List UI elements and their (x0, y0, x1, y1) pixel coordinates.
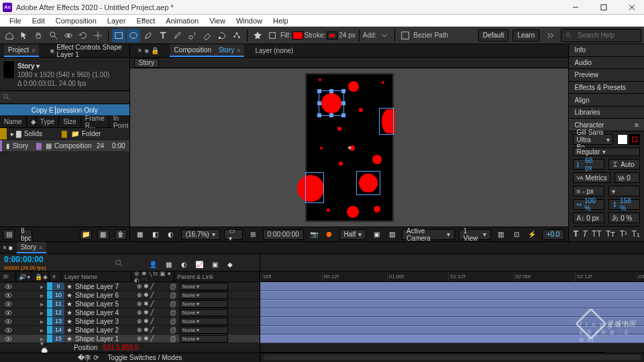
stroke-width[interactable]: 24 px (339, 32, 355, 39)
ellipse-tool-icon[interactable] (127, 29, 140, 42)
layer-switches[interactable]: ⊕✱╱ (134, 300, 169, 307)
col-visibility[interactable] (0, 272, 16, 282)
tsume[interactable]: あ 0 % (608, 213, 640, 223)
shy-icon[interactable]: 👤 (146, 257, 160, 271)
italic-icon[interactable]: T (582, 229, 587, 239)
tl-search-icon[interactable] (113, 257, 126, 270)
pickwhip-icon[interactable]: @ (169, 326, 177, 334)
maximize-button[interactable] (592, 0, 616, 15)
parent-select[interactable]: None ▾ (180, 326, 228, 334)
layer-name[interactable]: Shape Layer 3 (74, 318, 134, 325)
property-row-position[interactable]: ▾ ⌚Position531.5,955.9 (0, 343, 260, 352)
menu-window[interactable]: Window (231, 15, 268, 26)
star-icon[interactable] (251, 29, 264, 42)
vscale[interactable]: 158 % (608, 199, 640, 210)
col-lock[interactable]: 🔒 (32, 272, 40, 282)
snapshot-icon[interactable]: 📷 (308, 228, 319, 241)
close-button[interactable] (620, 0, 644, 15)
view-layout-icon[interactable]: ▥ (495, 228, 506, 241)
draft3d-icon[interactable]: ▣ (208, 257, 221, 271)
timeline-layer-row[interactable]: ▸13★Shape Layer 3⊕✱╱@None ▾ (0, 317, 260, 326)
timeline-layer-row[interactable]: ▸11★Shape Layer 5⊕✱╱@None ▾ (0, 300, 260, 308)
search-help[interactable] (561, 29, 641, 42)
eye-toggle[interactable] (0, 292, 16, 299)
eye-toggle[interactable] (0, 309, 16, 316)
interpret-icon[interactable]: ▤ (3, 229, 15, 240)
time-display[interactable]: 0:00:00:00 (263, 229, 304, 240)
learn-button[interactable]: Learn (513, 29, 539, 42)
twirl-icon[interactable]: ▸ (40, 326, 47, 334)
add-menu-icon[interactable] (378, 29, 391, 42)
menu-help[interactable]: Help (268, 15, 294, 26)
superscript-icon[interactable]: T¹ (620, 229, 627, 239)
stroke-order[interactable]: ▾ (608, 186, 640, 196)
parent-select[interactable]: None ▾ (180, 300, 228, 308)
col-parent[interactable]: Parent & Link (174, 272, 260, 282)
layer-track[interactable] (260, 308, 644, 317)
home-icon[interactable] (3, 29, 16, 42)
panel-align[interactable]: Align (569, 94, 644, 107)
panel-libraries[interactable]: Libraries (569, 107, 644, 119)
font-family-select[interactable]: Gill Sans Ultra Bo... ▾ (573, 134, 613, 145)
search-input[interactable] (576, 31, 637, 40)
parent-select[interactable]: None ▾ (180, 335, 228, 343)
mask-icon[interactable]: ◐ (165, 228, 176, 241)
col-name[interactable]: Name (0, 116, 27, 127)
pickwhip-icon[interactable]: @ (169, 318, 177, 325)
time-ruler[interactable]: :00f 00:12f 01:00f 01:12f 02:00f 02:12f … (260, 272, 644, 282)
orbit-tool-icon[interactable] (62, 29, 75, 42)
leading[interactable]: Auto (608, 159, 640, 170)
region-icon[interactable]: ▣ (370, 228, 382, 241)
layer-name[interactable]: Shape Layer 2 (74, 326, 134, 334)
timeline-tracks[interactable]: wiggle(1,15) (260, 282, 644, 353)
type-tool-icon[interactable] (156, 29, 170, 42)
viewer-canvas[interactable]: ✦ (130, 68, 569, 227)
eye-toggle[interactable] (0, 318, 16, 325)
transparency-icon[interactable]: ▨ (386, 228, 398, 241)
stroke-swatch[interactable] (327, 32, 337, 40)
pen-tool-icon[interactable] (142, 29, 155, 42)
fast-preview-icon[interactable]: ⚡ (526, 228, 537, 241)
layer-name[interactable]: Shape Layer 5 (74, 300, 134, 308)
pickwhip-icon[interactable]: @ (169, 283, 177, 290)
panel-effects[interactable]: Effects & Presets (569, 82, 644, 95)
selection-tool-icon[interactable] (17, 29, 31, 42)
menu-animation[interactable]: Animation (160, 15, 204, 26)
panel-menu-icon[interactable]: ≡ (32, 47, 35, 54)
kerning[interactable]: VAMetrics (573, 172, 610, 183)
res-menu[interactable]: ▭ ▾ (224, 229, 244, 240)
twirl-icon[interactable]: ▸ (40, 292, 47, 299)
exposure[interactable]: +0.0 (542, 229, 565, 240)
grid-icon[interactable]: ⊞ (247, 228, 258, 241)
timeline-layer-row[interactable]: ▸10★Shape Layer 6⊕✱╱@None ▾ (0, 291, 260, 300)
toggle-switches-label[interactable]: Toggle Switches / Modes (108, 354, 182, 361)
chevrons-icon[interactable] (543, 29, 557, 42)
views-select[interactable]: 1 View ▾ (459, 229, 491, 240)
camera-select[interactable]: Active Camera ▾ (402, 229, 455, 240)
parent-select[interactable]: None ▾ (180, 309, 228, 316)
pixel-aspect-icon[interactable]: ⊡ (511, 228, 522, 241)
layer-name[interactable]: Shape Layer 1 (74, 335, 134, 343)
frame-blend-icon[interactable]: ▦ (162, 257, 175, 271)
eye-toggle[interactable] (0, 326, 16, 334)
channel-icon[interactable]: ◧ (150, 228, 161, 241)
font-weight-select[interactable]: Regular ▾ (573, 147, 640, 156)
layer-track[interactable] (260, 300, 644, 308)
col-frame[interactable]: Frame R... (81, 116, 109, 127)
puppet-tool-icon[interactable] (230, 29, 244, 42)
pickwhip-icon[interactable]: @ (169, 309, 177, 316)
menu-composition[interactable]: Composition (50, 15, 102, 26)
trash-icon[interactable]: 🗑 (115, 229, 127, 240)
color-icon[interactable]: ⬣ (323, 228, 335, 241)
zoom-select[interactable]: (16.7%) ▾ (181, 229, 220, 240)
menu-layer[interactable]: Layer (102, 15, 131, 26)
menu-effect[interactable]: Effect (131, 15, 160, 26)
copy-expression-strip[interactable]: Copy E⎮pression Only (0, 104, 129, 116)
pickwhip-icon[interactable]: @ (169, 335, 177, 343)
baseline[interactable]: A↕ 0 px (573, 213, 604, 223)
lock-icon[interactable]: 🔒 (151, 47, 159, 54)
layer-switches[interactable]: ⊕✱╱ (134, 292, 169, 298)
twirl-icon[interactable]: ▸ (40, 318, 47, 325)
project-row[interactable]: ▮Story ▇ ▦Composition 24 0:00 (0, 140, 129, 152)
layer-switches[interactable]: ⊕✱╱ (134, 283, 169, 290)
